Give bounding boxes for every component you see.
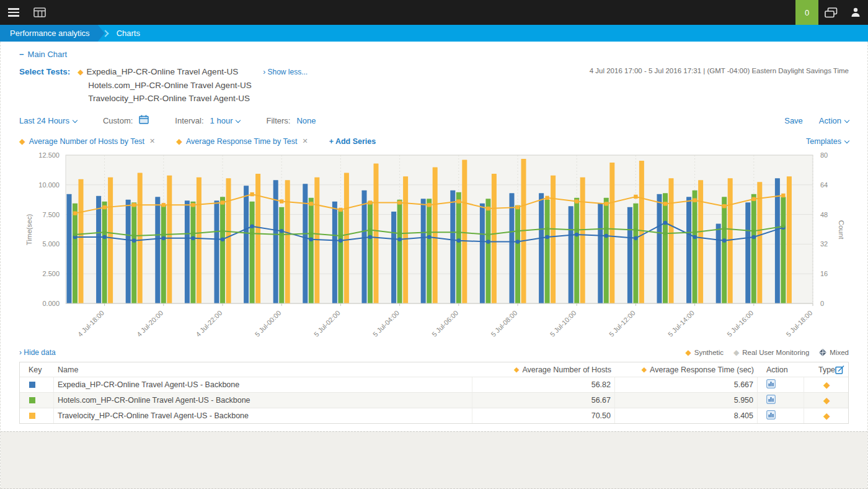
type-cell: ◆ [804,377,849,392]
content-wrapper: −Main Chart Select Tests: ◆Expedia_HP-CR… [0,42,868,489]
col-header-action: Action [758,362,804,377]
svg-text:80: 80 [820,151,828,159]
calendar-icon[interactable] [139,115,149,126]
name-cell: Travelocity_HP-CR-Online Travel Agent-US… [54,408,472,423]
hide-data-link[interactable]: › Hide data [19,348,56,357]
series-bar: ◆ Average Number of Hosts by Test ✕ ◆ Av… [19,137,849,146]
legend-synthetic: ◆Synthetic [686,348,724,357]
breadcrumb-charts[interactable]: Charts [117,25,140,42]
footer-area [1,431,867,489]
response-cell: 5.667 [615,377,758,392]
remove-series-icon[interactable]: ✕ [302,137,308,145]
windows-icon[interactable] [818,0,843,25]
col-header-hosts[interactable]: ◆Average Number of Hosts [472,362,615,377]
synthetic-diamond-icon: ◆ [823,411,830,421]
alerts-count-badge[interactable]: 0 [795,0,818,25]
key-cell [20,393,54,408]
main-chart-panel: −Main Chart Select Tests: ◆Expedia_HP-CR… [1,42,867,431]
add-series-button[interactable]: + Add Series [329,137,376,146]
table-row[interactable]: Expedia_HP-CR-Online Travel Agent-US - B… [20,377,848,392]
select-tests-label: Select Tests: [19,65,70,105]
interval-label: Interval: [175,116,203,125]
chevron-down-icon [236,117,241,122]
synthetic-diamond-icon: ◆ [78,68,83,76]
svg-text:0.000: 0.000 [42,300,60,307]
action-cell [758,393,804,408]
results-table: Key Name ◆Average Number of Hosts ◆Avera… [19,362,849,424]
breadcrumb: Performance analytics Charts [0,25,868,42]
table-body: Expedia_HP-CR-Online Travel Agent-US - B… [20,377,848,423]
action-dropdown[interactable]: Action [819,116,849,125]
svg-text:48: 48 [820,211,828,218]
open-chart-icon[interactable] [766,410,776,421]
synthetic-diamond-icon: ◆ [642,366,647,374]
synthetic-diamond-icon: ◆ [176,137,182,146]
time-range-dropdown[interactable]: Last 24 Hours [19,116,77,125]
synthetic-diamond-icon: ◆ [823,395,830,405]
remove-series-icon[interactable]: ✕ [149,137,155,145]
col-header-response[interactable]: ◆Average Response Time (sec) [615,362,758,377]
collapse-main-chart-link[interactable]: −Main Chart [19,50,67,59]
table-header-row: Key Name ◆Average Number of Hosts ◆Avera… [20,362,848,377]
show-less-link[interactable]: › Show less... [263,68,308,76]
main-chart-svg[interactable]: 12.50010.0007.5005.0002.5000.00080644832… [19,151,850,346]
svg-text:5 Jul-10:00: 5 Jul-10:00 [549,309,578,338]
chevron-down-icon [844,117,849,122]
svg-text:5 Jul-00:00: 5 Jul-00:00 [254,309,283,338]
test-line: Travelocity_HP-CR-Online Travel Agent-US [78,92,308,105]
svg-text:5 Jul-14:00: 5 Jul-14:00 [666,309,696,338]
app-grid-icon[interactable] [27,0,52,25]
test-name: Travelocity_HP-CR-Online Travel Agent-US [88,94,250,103]
select-tests-section: Select Tests: ◆Expedia_HP-CR-Online Trav… [19,65,849,105]
open-chart-icon[interactable] [766,379,776,390]
interval-dropdown[interactable]: 1 hour [210,116,241,125]
series-chip-hosts[interactable]: ◆ Average Number of Hosts by Test ✕ [19,137,155,146]
breadcrumb-performance-analytics[interactable]: Performance analytics [0,25,105,42]
series-key-swatch [29,397,35,403]
response-cell: 8.405 [615,408,758,423]
open-chart-icon[interactable] [766,395,776,406]
user-icon[interactable] [843,0,868,25]
hosts-cell: 56.67 [472,393,615,408]
synthetic-diamond-icon: ◆ [823,380,830,390]
menu-icon[interactable] [0,0,27,25]
svg-text:7.500: 7.500 [42,211,60,218]
mixed-diamond-icon [819,349,826,356]
collapse-minus-icon: − [19,50,24,59]
svg-text:4 Jul-18:00: 4 Jul-18:00 [76,309,105,338]
svg-text:0: 0 [820,300,824,307]
col-header-type: Type [804,362,849,377]
table-row[interactable]: Travelocity_HP-CR-Online Travel Agent-US… [20,408,848,423]
main-chart-title: Main Chart [28,50,68,59]
save-button[interactable]: Save [784,116,803,125]
svg-text:5 Jul-08:00: 5 Jul-08:00 [489,309,518,338]
templates-dropdown[interactable]: Templates [806,137,849,146]
data-section-header: › Hide data ◆Synthetic ◆Real User Monito… [19,348,849,357]
breadcrumb-label: Performance analytics [10,29,90,38]
col-header-name: Name [54,362,472,377]
svg-text:5 Jul-16:00: 5 Jul-16:00 [725,309,755,338]
svg-text:5 Jul-12:00: 5 Jul-12:00 [608,309,637,338]
legend-rum: ◆Real User Monitoring [733,348,809,357]
chevron-down-icon [73,117,78,122]
main-chart-header: −Main Chart [19,50,849,59]
key-cell [20,408,54,423]
series-chip-label: Average Response Time by Test [186,137,298,146]
series-chip-label: Average Number of Hosts by Test [29,137,144,146]
test-line: ◆Expedia_HP-CR-Online Travel Agent-US› S… [78,65,308,79]
action-cell [758,408,804,423]
edit-columns-icon[interactable] [835,365,844,376]
hosts-cell: 70.50 [472,408,615,423]
series-chip-response-time[interactable]: ◆ Average Response Time by Test ✕ [176,137,308,146]
chevron-down-icon [844,138,849,143]
filters-value-link[interactable]: None [296,116,316,125]
table-row[interactable]: Hotels.com_HP-CR-Online Travel Agent-US … [20,392,848,408]
chart-container: 12.50010.0007.5005.0002.5000.00080644832… [19,151,849,346]
legend-mixed: Mixed [819,349,849,356]
selected-tests-list: ◆Expedia_HP-CR-Online Travel Agent-US› S… [78,65,308,105]
filters-label: Filters: [266,116,290,125]
series-key-swatch [29,382,35,388]
type-legend: ◆Synthetic ◆Real User Monitoring Mixed [686,348,849,357]
svg-text:4 Jul-20:00: 4 Jul-20:00 [135,309,164,338]
breadcrumb-current-label: Charts [117,29,140,38]
